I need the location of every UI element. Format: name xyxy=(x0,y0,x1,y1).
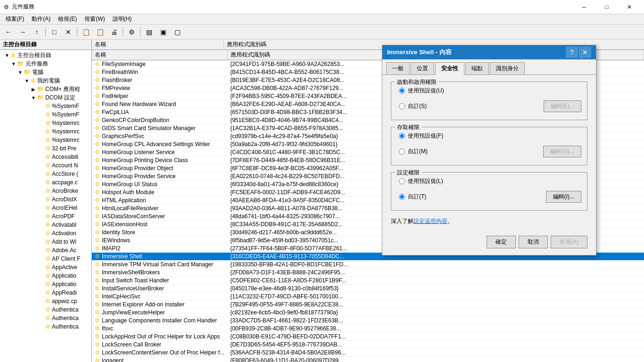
tree-item-dcom-settings[interactable]: ▼ 📁 DCOM 設定 xyxy=(0,93,91,102)
access-edit-button[interactable]: 編輯(D)... xyxy=(543,146,581,157)
toolbar-copy[interactable]: 📋 xyxy=(79,26,92,38)
tree-item-auth3[interactable]: ⚙ Authentica xyxy=(0,322,91,331)
table-row[interactable]: ⚙LockScreen Call Broker {DE7D3D65-5454-4… xyxy=(92,341,644,349)
config-edit-button[interactable]: 編輯(I)... xyxy=(546,191,581,203)
config-custom-radio[interactable] xyxy=(399,194,405,200)
tree-item-activatable[interactable]: ⚙ Activatabl xyxy=(0,221,91,229)
tree-item-systemf2[interactable]: ⚙ %SystemF xyxy=(0,110,91,119)
config-radio-group: 使用預設值(L) 自訂(T) 編輯(I)... xyxy=(397,177,581,206)
close-button[interactable]: ✕ xyxy=(619,0,640,14)
tree-item-my-computer[interactable]: ▼ 🖥 我的電腦 xyxy=(0,76,91,85)
tree-item-app2[interactable]: ⚙ Applicatio xyxy=(0,280,91,288)
tree-item-32bit[interactable]: ⚙ 32-bit Pre xyxy=(0,144,91,153)
toolbar-properties[interactable]: ⚙ xyxy=(125,26,138,38)
tree-item-appwiz[interactable]: ⚙ appwiz.cp xyxy=(0,297,91,305)
tree-item-acrohel[interactable]: ⚙ AcroIEHel xyxy=(0,204,91,212)
dialog-help-button[interactable]: ? xyxy=(566,47,578,58)
tab-identity[interactable]: 識別身分 xyxy=(490,62,525,74)
dialog-close-button[interactable]: ✕ xyxy=(579,47,591,58)
col-header-tree: 主控台根目錄 xyxy=(0,40,92,49)
tree-item-accessibili[interactable]: ⚙ Accessibili xyxy=(0,153,91,161)
tree-item-appreadi[interactable]: ⚙ AppReadi xyxy=(0,288,91,297)
tree-item-app1[interactable]: ⚙ Applicatio xyxy=(0,272,91,280)
tab-security[interactable]: 安全性 xyxy=(435,62,464,75)
menu-help[interactable]: 說明(H) xyxy=(109,14,136,24)
toolbar-delete[interactable]: ✕ xyxy=(62,26,75,38)
tree-item-acropdf[interactable]: ⚙ AcroPDF xyxy=(0,212,91,221)
list-item-name: ⚙LockScreenContentServer Out of Proc Hel… xyxy=(92,349,227,357)
table-row[interactable]: ⚙logagent {F808DF63-6049-11D1-BA20-00609… xyxy=(92,357,644,362)
tree-item-auth1[interactable]: ⚙ Authentica xyxy=(0,305,91,314)
table-row[interactable]: ⚙Language Components Installer Com Handl… xyxy=(92,317,644,325)
expand-icon: ▼ xyxy=(4,53,10,58)
folder-icon: 📁 xyxy=(37,86,44,92)
table-row[interactable]: ⚙ImmersiveShellBrokers {2FD08A73-D1F1-43… xyxy=(92,269,644,277)
tree-item-acrodist[interactable]: ⚙ AcroDistX xyxy=(0,195,91,204)
toolbar-show-hide[interactable]: □ xyxy=(48,26,61,38)
toolbar-print[interactable]: 🖨 xyxy=(107,26,121,38)
config-default-radio[interactable] xyxy=(399,178,405,184)
folder-icon: 🖥 xyxy=(10,52,16,58)
toolbar-view3[interactable]: ▢ xyxy=(171,26,184,38)
tree-item-account[interactable]: ⚙ Account N xyxy=(0,161,91,170)
tree-item-accpage[interactable]: ⚙ accpage.c xyxy=(0,178,91,187)
toolbar-view1[interactable]: ▤ xyxy=(142,26,156,38)
launch-default-radio[interactable] xyxy=(399,88,405,94)
table-row[interactable]: ⚙LockScreenContentServer Out of Proc Hel… xyxy=(92,349,644,357)
info-link[interactable]: 設定這些內容 xyxy=(413,218,447,224)
dialog-ok-button[interactable]: 確定 xyxy=(487,236,516,248)
info-text-row: 深入了解設定這些內容。 xyxy=(391,217,587,225)
table-row[interactable]: ⚙lfsvc {00FB939-2C8B-4DB7-9E90-9527966E3… xyxy=(92,325,644,333)
dialog-apply-button[interactable]: 套用(A) xyxy=(551,236,587,248)
tree-item-appactive[interactable]: ⚙ AppActive xyxy=(0,263,91,272)
access-section: 存取權限 使用預設值(F) 自訂(M) xyxy=(391,127,587,165)
menu-view[interactable]: 檢視(E) xyxy=(54,14,81,24)
tree-item-systemrc1[interactable]: ⚙ %systemrc xyxy=(0,119,91,127)
table-row[interactable]: ⚙Input Switch Toast Handler {C5DFE802-CE… xyxy=(92,277,644,285)
item-icon: ⚙ xyxy=(45,145,50,152)
table-row[interactable]: ⚙JumpViewExecuteHelper {c82192ee-6cb5-4b… xyxy=(92,309,644,317)
tree-item-com-apps[interactable]: ▶ 📁 COM+ 應用程 xyxy=(0,85,91,93)
minimize-button[interactable]: ─ xyxy=(573,0,595,14)
tree-item-computer[interactable]: ▼ 📁 電腦 xyxy=(0,68,91,76)
menu-window[interactable]: 視窗(W) xyxy=(81,14,108,24)
table-row[interactable]: ⚙Internet Explorer Add-on Installer {7B2… xyxy=(92,301,644,309)
toolbar-forward[interactable]: → xyxy=(16,26,29,38)
maximize-button[interactable]: □ xyxy=(596,0,618,14)
menu-file[interactable]: 檔案(F) xyxy=(2,14,28,24)
access-default-radio[interactable] xyxy=(399,133,405,139)
tree-item-adobeac[interactable]: ⚙ Adobe.Ac xyxy=(0,246,91,255)
tree-item-systemrc2[interactable]: ⚙ %systemrc xyxy=(0,127,91,136)
toolbar-up[interactable]: ↑ xyxy=(30,26,43,38)
launch-custom-radio[interactable] xyxy=(399,103,405,109)
toolbar-view2[interactable]: ▣ xyxy=(157,26,170,38)
tree-item-auth2[interactable]: ⚙ Authentica xyxy=(0,314,91,322)
tree-item-systemf1[interactable]: ⚙ %SystemF xyxy=(0,102,91,110)
tree-label: Authentica xyxy=(52,315,79,321)
tree-label: %systemrc xyxy=(52,120,80,126)
tab-endpoint[interactable]: 端點 xyxy=(465,62,489,74)
tree-item-activation[interactable]: ⚙ Activation xyxy=(0,229,91,238)
table-row[interactable]: ⚙InstallServiceUserBroker {0450178e-e3ee… xyxy=(92,285,644,293)
tree-item-addtowi[interactable]: ⚙ Add to Wi xyxy=(0,238,91,246)
tree-item-accstore[interactable]: ⚙ AccStore ( xyxy=(0,170,91,178)
launch-edit-button[interactable]: 編輯(E)... xyxy=(544,100,581,112)
tree-item-acrobroke[interactable]: ⚙ AcroBroke xyxy=(0,187,91,195)
menu-action[interactable]: 動作(A) xyxy=(28,14,54,24)
tree-item-component-services[interactable]: ▼ 📁 元件服務 xyxy=(0,59,91,68)
tree-item-apclient[interactable]: ⚙ AP Client F xyxy=(0,255,91,263)
tree-label: 我的電腦 xyxy=(37,77,60,85)
tree-item-console-root[interactable]: ▼ 🖥 主控台根目錄 xyxy=(0,51,91,59)
item-icon: ⚙ xyxy=(45,247,50,254)
tree-item-systemrc3[interactable]: ⚙ %systemrc xyxy=(0,136,91,144)
toolbar-paste[interactable]: 📋 xyxy=(93,26,107,38)
table-row[interactable]: ⚙IntelCpHeciSvc {11AC3232-E7D7-49CD-ABFE… xyxy=(92,293,644,301)
tab-location[interactable]: 位置 xyxy=(411,62,434,74)
toolbar-back[interactable]: ← xyxy=(2,26,15,38)
tab-general[interactable]: 一般 xyxy=(386,62,410,74)
table-row[interactable]: ⚙LockAppHost Out of Proc Helper for Lock… xyxy=(92,333,644,341)
access-custom-radio[interactable] xyxy=(399,148,405,155)
item-icon: ⚙ xyxy=(95,237,100,244)
dialog-cancel-button[interactable]: 取消 xyxy=(519,236,548,248)
table-row[interactable]: ⚙Immersive TPM Virtual Smart Card Manage… xyxy=(92,261,644,269)
